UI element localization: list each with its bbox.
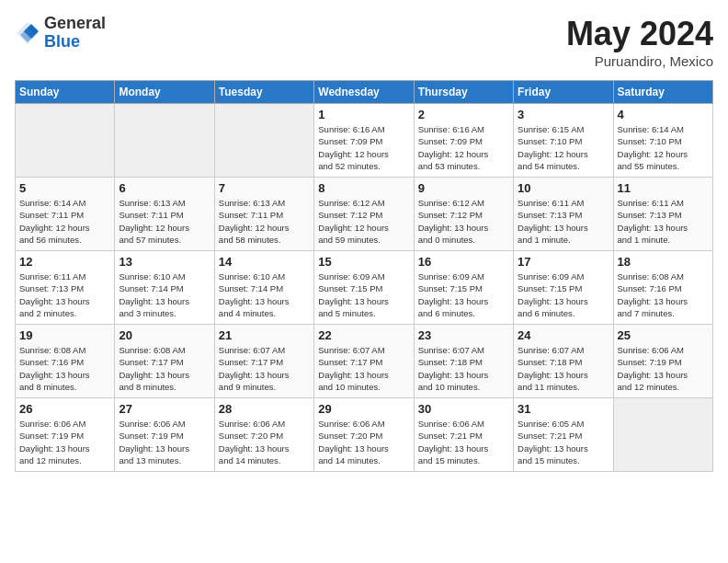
- logo-blue: Blue: [44, 32, 80, 51]
- title-block: May 2024 Puruandiro, Mexico: [566, 15, 713, 69]
- day-info: Sunrise: 6:12 AM Sunset: 7:12 PM Dayligh…: [418, 197, 509, 246]
- day-info: Sunrise: 6:11 AM Sunset: 7:13 PM Dayligh…: [19, 270, 110, 319]
- day-info: Sunrise: 6:06 AM Sunset: 7:21 PM Dayligh…: [418, 418, 509, 466]
- day-number: 22: [318, 328, 409, 342]
- day-number: 23: [418, 328, 509, 342]
- day-info: Sunrise: 6:11 AM Sunset: 7:13 PM Dayligh…: [518, 197, 609, 246]
- day-number: 28: [219, 402, 310, 416]
- calendar-week-row: 5Sunrise: 6:14 AM Sunset: 7:11 PM Daylig…: [16, 178, 713, 251]
- day-info: Sunrise: 6:07 AM Sunset: 7:18 PM Dayligh…: [418, 344, 509, 393]
- day-number: 5: [19, 181, 110, 195]
- calendar-cell: 25Sunrise: 6:06 AM Sunset: 7:19 PM Dayli…: [613, 325, 712, 398]
- calendar-cell: 3Sunrise: 6:15 AM Sunset: 7:10 PM Daylig…: [514, 104, 613, 178]
- day-info: Sunrise: 6:06 AM Sunset: 7:20 PM Dayligh…: [318, 418, 409, 466]
- day-number: 12: [19, 255, 110, 269]
- day-number: 8: [318, 181, 409, 195]
- day-number: 27: [119, 402, 210, 416]
- calendar-cell: 9Sunrise: 6:12 AM Sunset: 7:12 PM Daylig…: [414, 178, 513, 251]
- month-title: May 2024: [566, 15, 713, 53]
- calendar-cell: [613, 398, 712, 472]
- calendar-cell: 23Sunrise: 6:07 AM Sunset: 7:18 PM Dayli…: [414, 325, 513, 398]
- day-number: 7: [219, 181, 310, 195]
- day-number: 9: [418, 181, 509, 195]
- weekday-header: Saturday: [613, 81, 712, 104]
- day-info: Sunrise: 6:16 AM Sunset: 7:09 PM Dayligh…: [418, 123, 509, 172]
- logo: General Blue: [15, 15, 106, 52]
- calendar-cell: 20Sunrise: 6:08 AM Sunset: 7:17 PM Dayli…: [115, 325, 214, 398]
- logo-general: General: [44, 14, 106, 32]
- day-info: Sunrise: 6:09 AM Sunset: 7:15 PM Dayligh…: [518, 270, 609, 319]
- day-number: 10: [518, 181, 609, 195]
- calendar-cell: [16, 104, 115, 178]
- calendar-cell: 24Sunrise: 6:07 AM Sunset: 7:18 PM Dayli…: [514, 325, 613, 398]
- calendar-table: SundayMondayTuesdayWednesdayThursdayFrid…: [15, 80, 713, 472]
- day-info: Sunrise: 6:08 AM Sunset: 7:16 PM Dayligh…: [19, 344, 110, 393]
- day-info: Sunrise: 6:10 AM Sunset: 7:14 PM Dayligh…: [219, 270, 310, 319]
- calendar-cell: 26Sunrise: 6:06 AM Sunset: 7:19 PM Dayli…: [16, 398, 115, 472]
- calendar-week-row: 26Sunrise: 6:06 AM Sunset: 7:19 PM Dayli…: [16, 398, 713, 472]
- calendar-cell: [115, 104, 214, 178]
- day-number: 30: [418, 402, 509, 416]
- logo-icon: [15, 20, 40, 46]
- day-info: Sunrise: 6:07 AM Sunset: 7:17 PM Dayligh…: [318, 344, 409, 393]
- day-number: 29: [318, 402, 409, 416]
- day-info: Sunrise: 6:10 AM Sunset: 7:14 PM Dayligh…: [119, 270, 210, 319]
- calendar-cell: 6Sunrise: 6:13 AM Sunset: 7:11 PM Daylig…: [115, 178, 214, 251]
- day-number: 3: [518, 108, 609, 121]
- day-info: Sunrise: 6:16 AM Sunset: 7:09 PM Dayligh…: [318, 123, 409, 172]
- day-number: 25: [618, 328, 709, 342]
- calendar-cell: 5Sunrise: 6:14 AM Sunset: 7:11 PM Daylig…: [16, 178, 115, 251]
- weekday-header: Monday: [115, 81, 214, 104]
- day-number: 4: [618, 108, 709, 121]
- day-info: Sunrise: 6:11 AM Sunset: 7:13 PM Dayligh…: [618, 197, 709, 246]
- page-header: General Blue May 2024 Puruandiro, Mexico: [15, 15, 713, 69]
- day-number: 13: [119, 255, 210, 269]
- day-number: 24: [518, 328, 609, 342]
- day-info: Sunrise: 6:06 AM Sunset: 7:19 PM Dayligh…: [119, 418, 210, 466]
- day-number: 19: [19, 328, 110, 342]
- day-info: Sunrise: 6:14 AM Sunset: 7:11 PM Dayligh…: [19, 197, 110, 246]
- day-info: Sunrise: 6:08 AM Sunset: 7:16 PM Dayligh…: [618, 270, 709, 319]
- calendar-cell: 17Sunrise: 6:09 AM Sunset: 7:15 PM Dayli…: [514, 251, 613, 325]
- logo-text: General Blue: [44, 15, 106, 52]
- day-info: Sunrise: 6:13 AM Sunset: 7:11 PM Dayligh…: [219, 197, 310, 246]
- day-number: 15: [318, 255, 409, 269]
- calendar-cell: 18Sunrise: 6:08 AM Sunset: 7:16 PM Dayli…: [613, 251, 712, 325]
- calendar-cell: 12Sunrise: 6:11 AM Sunset: 7:13 PM Dayli…: [16, 251, 115, 325]
- calendar-cell: 1Sunrise: 6:16 AM Sunset: 7:09 PM Daylig…: [314, 104, 414, 178]
- calendar-cell: 4Sunrise: 6:14 AM Sunset: 7:10 PM Daylig…: [613, 104, 712, 178]
- calendar-cell: 15Sunrise: 6:09 AM Sunset: 7:15 PM Dayli…: [314, 251, 414, 325]
- day-info: Sunrise: 6:07 AM Sunset: 7:17 PM Dayligh…: [219, 344, 310, 393]
- calendar-week-row: 12Sunrise: 6:11 AM Sunset: 7:13 PM Dayli…: [16, 251, 713, 325]
- calendar-cell: 16Sunrise: 6:09 AM Sunset: 7:15 PM Dayli…: [414, 251, 513, 325]
- day-number: 18: [618, 255, 709, 269]
- calendar-cell: 27Sunrise: 6:06 AM Sunset: 7:19 PM Dayli…: [115, 398, 214, 472]
- calendar-cell: 28Sunrise: 6:06 AM Sunset: 7:20 PM Dayli…: [214, 398, 313, 472]
- day-number: 16: [418, 255, 509, 269]
- weekday-header-row: SundayMondayTuesdayWednesdayThursdayFrid…: [16, 81, 713, 104]
- day-info: Sunrise: 6:13 AM Sunset: 7:11 PM Dayligh…: [119, 197, 210, 246]
- calendar-cell: 11Sunrise: 6:11 AM Sunset: 7:13 PM Dayli…: [613, 178, 712, 251]
- day-number: 21: [219, 328, 310, 342]
- calendar-cell: 22Sunrise: 6:07 AM Sunset: 7:17 PM Dayli…: [314, 325, 414, 398]
- weekday-header: Sunday: [16, 81, 115, 104]
- day-number: 31: [518, 402, 609, 416]
- day-info: Sunrise: 6:06 AM Sunset: 7:19 PM Dayligh…: [618, 344, 709, 393]
- weekday-header: Wednesday: [314, 81, 414, 104]
- day-info: Sunrise: 6:06 AM Sunset: 7:19 PM Dayligh…: [19, 418, 110, 466]
- calendar-cell: [214, 104, 313, 178]
- day-number: 26: [19, 402, 110, 416]
- calendar-cell: 21Sunrise: 6:07 AM Sunset: 7:17 PM Dayli…: [214, 325, 313, 398]
- calendar-cell: 19Sunrise: 6:08 AM Sunset: 7:16 PM Dayli…: [16, 325, 115, 398]
- calendar-cell: 31Sunrise: 6:05 AM Sunset: 7:21 PM Dayli…: [514, 398, 613, 472]
- day-info: Sunrise: 6:15 AM Sunset: 7:10 PM Dayligh…: [518, 123, 609, 172]
- day-info: Sunrise: 6:14 AM Sunset: 7:10 PM Dayligh…: [618, 123, 709, 172]
- calendar-cell: 30Sunrise: 6:06 AM Sunset: 7:21 PM Dayli…: [414, 398, 513, 472]
- calendar-cell: 14Sunrise: 6:10 AM Sunset: 7:14 PM Dayli…: [214, 251, 313, 325]
- day-number: 20: [119, 328, 210, 342]
- day-number: 14: [219, 255, 310, 269]
- calendar-cell: 8Sunrise: 6:12 AM Sunset: 7:12 PM Daylig…: [314, 178, 414, 251]
- weekday-header: Thursday: [414, 81, 513, 104]
- day-number: 2: [418, 108, 509, 121]
- calendar-cell: 7Sunrise: 6:13 AM Sunset: 7:11 PM Daylig…: [214, 178, 313, 251]
